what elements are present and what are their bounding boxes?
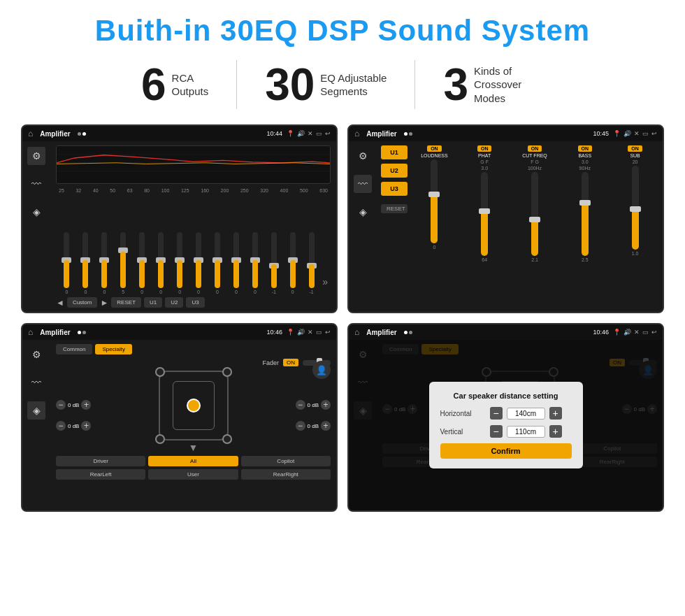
ch-loudness-label: LOUDNESS xyxy=(421,153,448,158)
freq-125: 125 xyxy=(181,188,189,193)
db-minus-tr[interactable]: − xyxy=(296,400,305,410)
fader-row: Fader ON xyxy=(56,359,331,366)
stat-number-crossover: 3 xyxy=(443,62,468,107)
vertical-value[interactable]: 110cm xyxy=(507,426,545,438)
tab-specialty-fader[interactable]: Specialty xyxy=(95,344,131,354)
db-plus-tr[interactable]: + xyxy=(321,400,331,410)
db-minus-tl[interactable]: − xyxy=(56,400,66,410)
eq-freq-labels: 25 32 40 50 63 80 100 125 160 200 250 32… xyxy=(56,188,331,193)
eq-slider-2: 0 xyxy=(96,232,113,294)
car-center-dot[interactable] xyxy=(187,399,201,413)
eq-u1-btn[interactable]: U1 xyxy=(144,297,162,308)
preset-u3[interactable]: U3 xyxy=(381,182,408,196)
car-down-arrow: ▼ xyxy=(189,442,199,453)
sidebar-icon-c3[interactable]: ◈ xyxy=(354,203,372,221)
fader-on-badge[interactable]: ON xyxy=(283,359,298,366)
sidebar-wave-icon[interactable]: 〰 xyxy=(27,175,45,193)
sidebar-speaker-icon[interactable]: ◈ xyxy=(27,203,45,221)
ch-cutfreq-on[interactable]: ON xyxy=(528,145,542,152)
dot-32 xyxy=(82,331,86,334)
preset-u1[interactable]: U1 xyxy=(381,145,408,159)
btn-rearleft[interactable]: RearLeft xyxy=(56,469,145,480)
btn-copilot[interactable]: Copilot xyxy=(241,456,331,466)
fader-car-layout: − 0 dB + − 0 dB + xyxy=(56,371,331,453)
sidebar-icon-f1[interactable]: ⚙ xyxy=(27,345,45,364)
back-icon-4: ↩ xyxy=(651,329,657,336)
signal-icon-1: ✕ xyxy=(308,130,313,137)
crossover-reset-btn[interactable]: RESET xyxy=(381,204,408,213)
sidebar-icon-c1[interactable]: ⚙ xyxy=(354,147,372,165)
back-icon-2: ↩ xyxy=(651,130,657,137)
dialog-title: Car speaker distance setting xyxy=(440,392,572,400)
ch-bass-slider[interactable] xyxy=(582,172,589,256)
freq-25: 25 xyxy=(59,188,64,193)
eq-u2-btn[interactable]: U2 xyxy=(165,297,183,308)
home-icon-4: ⌂ xyxy=(354,327,359,337)
time-3: 10:46 xyxy=(266,329,282,336)
battery-icon-4: ▭ xyxy=(642,329,649,336)
horizontal-plus-btn[interactable]: + xyxy=(549,407,562,420)
db-minus-br[interactable]: − xyxy=(296,421,305,431)
btn-rearright[interactable]: RearRight xyxy=(241,469,331,480)
sidebar-eq-icon[interactable]: ⚙ xyxy=(27,147,45,165)
db-value-tr: 0 dB xyxy=(308,402,319,408)
stats-row: 6 RCAOutputs 30 EQ AdjustableSegments 3 … xyxy=(21,60,664,109)
screen-crossover: ⌂ Amplifier 10:45 📍 🔊 ✕ ▭ ↩ ⚙ 〰 xyxy=(347,124,664,313)
screen-fader: ⌂ Amplifier 10:46 📍 🔊 ✕ ▭ ↩ ⚙ 〰 xyxy=(21,323,338,512)
eq-left-sidebar: ⚙ 〰 ◈ xyxy=(22,141,50,312)
app-title-1: Amplifier xyxy=(40,130,70,138)
ch-phat-slider[interactable] xyxy=(481,172,488,256)
stat-number-rca: 6 xyxy=(141,62,166,107)
btn-user[interactable]: User xyxy=(148,469,238,480)
ch-bass-on[interactable]: ON xyxy=(578,145,593,152)
time-2: 10:45 xyxy=(593,130,609,137)
confirm-button[interactable]: Confirm xyxy=(440,443,572,459)
sidebar-icon-f3[interactable]: ◈ xyxy=(27,401,45,420)
volume-icon-4: 🔊 xyxy=(623,329,631,336)
ch-cutfreq-slider[interactable] xyxy=(531,172,538,256)
ch-loudness-slider[interactable] xyxy=(431,159,438,243)
db-plus-br[interactable]: + xyxy=(321,421,331,431)
dialog-row-horizontal: Horizontal − 140cm + xyxy=(440,407,572,420)
status-icons-4: 📍 🔊 ✕ ▭ ↩ xyxy=(613,329,657,336)
eq-next-btn[interactable]: ► xyxy=(100,298,108,308)
db-value-tl: 0 dB xyxy=(68,402,79,408)
ch-phat-on[interactable]: ON xyxy=(477,145,492,152)
ch-loudness-on[interactable]: ON xyxy=(427,145,442,152)
eq-sliders: 0 0 0 5 xyxy=(56,196,331,294)
person-icon-fader[interactable]: 👤 xyxy=(312,361,331,379)
btn-all[interactable]: All xyxy=(148,456,238,466)
db-plus-tl[interactable]: + xyxy=(81,400,91,410)
freq-80: 80 xyxy=(144,188,150,193)
fader-screen-content: ⚙ 〰 ◈ Common Specialty Fader ON xyxy=(22,340,336,510)
tab-common-fader[interactable]: Common xyxy=(56,344,92,354)
eq-reset-btn[interactable]: RESET xyxy=(111,297,141,308)
ch-loudness: ON LOUDNESS 0 xyxy=(411,145,458,308)
freq-630: 630 xyxy=(319,188,328,193)
stat-label-rca: RCAOutputs xyxy=(172,71,209,99)
screen-distance: ⌂ Amplifier 10:46 📍 🔊 ✕ ▭ ↩ ⚙ xyxy=(347,323,664,512)
freq-500: 500 xyxy=(300,188,308,193)
dot-42 xyxy=(409,331,412,334)
eq-u3-btn[interactable]: U3 xyxy=(186,297,204,308)
btn-driver[interactable]: Driver xyxy=(56,456,145,466)
crossover-screen-content: ⚙ 〰 ◈ U1 U2 U3 RESET ON LOU xyxy=(349,141,663,312)
ch-sub-slider[interactable] xyxy=(632,166,639,250)
ch-sub-val: 1.0 xyxy=(632,251,639,256)
db-plus-bl[interactable]: + xyxy=(81,421,91,431)
ch-sub-on[interactable]: ON xyxy=(628,145,642,152)
volume-icon-3: 🔊 xyxy=(297,329,305,336)
vertical-plus-btn[interactable]: + xyxy=(549,425,562,438)
eq-bottom-controls: ◄ Custom ► RESET U1 U2 U3 xyxy=(56,297,331,308)
vertical-minus-btn[interactable]: − xyxy=(490,425,503,438)
eq-prev-btn[interactable]: ◄ xyxy=(56,298,64,308)
sidebar-icon-f2[interactable]: 〰 xyxy=(27,373,45,392)
preset-u2[interactable]: U2 xyxy=(381,164,408,178)
sidebar-icon-c2[interactable]: 〰 xyxy=(354,175,372,193)
db-minus-bl[interactable]: − xyxy=(56,421,66,431)
eq-custom-btn[interactable]: Custom xyxy=(67,297,98,308)
horizontal-value[interactable]: 140cm xyxy=(507,408,545,420)
crossover-main-area: U1 U2 U3 RESET ON LOUDNESS xyxy=(377,141,663,312)
status-bar-1: ⌂ Amplifier 10:44 📍 🔊 ✕ ▭ ↩ xyxy=(22,126,336,141)
horizontal-minus-btn[interactable]: − xyxy=(490,407,503,420)
